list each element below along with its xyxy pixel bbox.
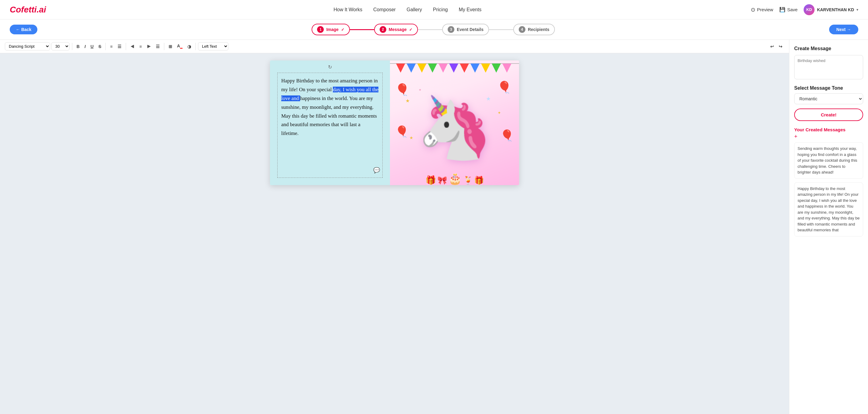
wizard-step-2[interactable]: 2 Message ✓ [374,24,418,35]
align-left-button[interactable]: ⫷ [128,43,136,50]
avatar: KD [804,4,814,15]
star-1: ★ [405,98,410,104]
font-color-button[interactable]: A▬ [175,42,184,51]
nav-how-it-works[interactable]: How It Works [334,7,362,12]
svg-marker-3 [417,63,426,72]
text-box[interactable]: Happy Birthday to the most amazing perso… [277,72,383,178]
toolbar: Dancing Script Arial Times New Roman 30 … [0,40,789,53]
step-4-label: Recipients [528,27,550,32]
table-button[interactable]: ⊞ [167,43,174,50]
star-2: ✦ [497,110,501,115]
birthday-cake: 🎂 [448,172,462,185]
nav-composer[interactable]: Composer [373,7,396,12]
save-button[interactable]: 💾 Save [779,7,798,12]
header: Cofetti.ai How It Works Composer Gallery… [0,0,868,20]
strikethrough-button[interactable]: S [97,43,103,50]
step-2-check: ✓ [409,27,412,32]
toolbar-divider-1 [72,43,72,50]
ordered-list-button[interactable]: ≡ [108,43,114,50]
step-1-check: ✓ [341,27,344,32]
message-text-part2: happiness in the world. You are my sunsh… [281,95,377,137]
card-left: ↻ Happy Birthday to the most amazing per… [270,60,390,185]
balloon-purple: 🎈 [497,81,512,94]
step-connector-1-2 [350,29,374,30]
preview-icon: ⊙ [751,6,755,13]
undo-redo-group: ↩ ↪ [768,43,784,50]
right-panel: Create Message Select Message Tone Roman… [789,40,868,414]
toolbar-divider-4 [164,43,164,50]
wizard-step-1[interactable]: 1 Image ✓ [312,24,349,35]
nav: How It Works Composer Gallery Pricing My… [64,7,751,12]
gift-2: 🎀 [437,176,447,185]
step-connector-2-3 [418,29,442,30]
contrast-button[interactable]: ◑ [186,43,193,50]
unordered-list-button[interactable]: ☰ [116,43,123,50]
step-1-label: Image [326,27,338,32]
wizard-steps: 1 Image ✓ 2 Message ✓ 3 Event Details 4 … [41,24,825,35]
toolbar-right: ↩ ↪ [768,43,784,50]
svg-marker-1 [396,63,405,72]
preview-button[interactable]: ⊙ Preview [751,6,773,13]
save-icon: 💾 [779,7,785,12]
step-1-num: 1 [317,26,324,33]
tone-label: Select Message Tone [794,85,863,91]
wizard-step-3[interactable]: 3 Event Details [442,24,489,35]
save-label: Save [787,7,798,12]
italic-button[interactable]: I [83,43,88,50]
unicorn-scene: 🦄 🎈 🎈 🎈 🎈 ★ ✦ ✦ ★ ★ [390,60,519,185]
message-card-2[interactable]: Happy Birthday to the most amazing perso… [794,182,863,236]
step-3-num: 3 [448,26,454,33]
bold-button[interactable]: B [75,43,82,50]
refresh-icon[interactable]: ↻ [328,64,332,70]
preview-label: Preview [757,7,773,12]
svg-marker-7 [460,63,469,72]
font-size-select[interactable]: 30 12 14 18 24 36 [51,42,69,51]
card-right: 🦄 🎈 🎈 🎈 🎈 ★ ✦ ✦ ★ ★ [390,60,519,185]
message-card-1[interactable]: Sending warm thoughts your way, hoping y… [794,142,863,179]
step-2-label: Message [389,27,407,32]
gift-3: 🎁 [474,176,484,185]
back-button[interactable]: ← Back [10,25,37,34]
wizard-step-4[interactable]: 4 Recipients [513,24,555,35]
underline-button[interactable]: U [89,43,95,50]
wizard-bar: ← Back 1 Image ✓ 2 Message ✓ 3 Event Det… [0,20,868,40]
star-5: ★ [409,135,413,140]
text-align-select[interactable]: Left Text Center Text Right Text [198,42,228,51]
nav-pricing[interactable]: Pricing [433,7,448,12]
svg-marker-6 [449,63,458,72]
gift-1: 🎁 [426,175,436,185]
nav-gallery[interactable]: Gallery [407,7,422,12]
svg-marker-9 [481,63,490,72]
editor-area: Dancing Script Arial Times New Roman 30 … [0,40,789,414]
font-family-select[interactable]: Dancing Script Arial Times New Roman [5,42,50,51]
nav-my-events[interactable]: My Events [459,7,482,12]
svg-marker-2 [407,63,416,72]
toolbar-divider-2 [105,43,106,50]
step-4-num: 4 [519,26,525,33]
justify-button[interactable]: ☰ [154,43,162,50]
undo-button[interactable]: ↩ [768,43,776,50]
align-right-button[interactable]: ⫸ [145,43,153,50]
main-layout: Dancing Script Arial Times New Roman 30 … [0,40,868,414]
logo[interactable]: Cofetti.ai [10,5,46,14]
next-button[interactable]: Next → [829,25,858,34]
toolbar-divider-3 [126,43,126,50]
bunting [390,60,519,79]
create-button[interactable]: Create! [794,109,863,121]
plus-icon[interactable]: + [794,134,863,140]
balloon-pink: 🎈 [500,129,514,142]
header-right: ⊙ Preview 💾 Save KD KARVENTHAN KD ▾ [751,4,858,15]
svg-marker-10 [492,63,501,72]
redo-button[interactable]: ↪ [777,43,784,50]
create-message-title: Create Message [794,46,863,51]
svg-marker-5 [439,63,448,72]
card: ↻ Happy Birthday to the most amazing per… [270,60,519,185]
svg-marker-4 [428,63,437,72]
bottom-decorations: 🎁 🎀 🎂 🍹 🎁 [390,172,519,185]
align-center-button[interactable]: ≡ [137,43,144,50]
step-2-num: 2 [380,26,386,33]
svg-marker-8 [470,63,479,72]
message-textarea[interactable] [794,55,863,79]
tone-select[interactable]: Romantic Funny Heartfelt Professional Ca… [794,93,863,104]
user-menu[interactable]: KD KARVENTHAN KD ▾ [804,4,858,15]
